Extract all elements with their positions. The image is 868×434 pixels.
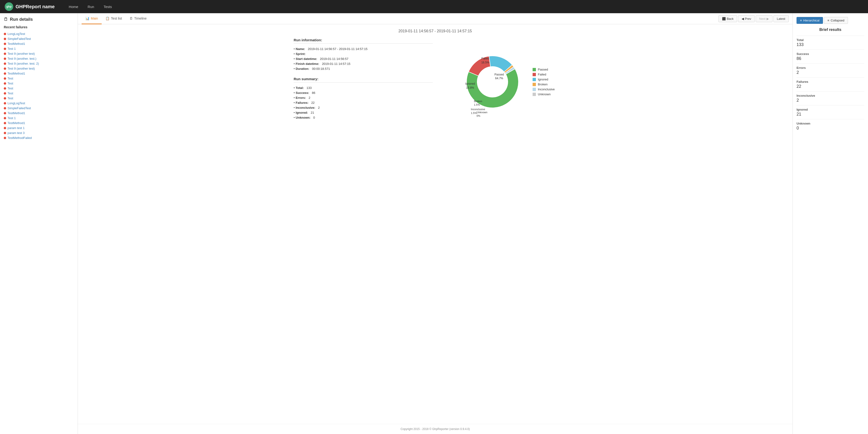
failure-item[interactable]: param test 1 [4,125,74,130]
failure-dot [4,72,6,75]
failure-dot [4,43,6,45]
back-button[interactable]: ⬛ Back [718,16,737,22]
legend-item-ignored: Ignored [533,78,555,81]
page-container: 🗒 Run details Recent failures LongLogTes… [0,13,868,434]
failure-dot [4,67,6,70]
result-value-failures: 22 [797,84,864,89]
prev-icon: ◀ [742,17,744,21]
failure-item[interactable]: Test [4,81,74,86]
tests-link[interactable]: Tests [99,0,117,13]
result-label-inconclusive: Inconclusive [797,94,864,97]
ignored-label: Ignored15.8% [465,82,475,90]
failure-item[interactable]: SimpleFailedTest [4,106,74,111]
run-link[interactable]: Run [83,0,99,13]
right-panel: ≡ Hierarchical ≡ Collapsed Brief results… [793,13,868,434]
result-value-ignored: 21 [797,112,864,117]
summary-failures: Failures: 22 [294,100,433,105]
failure-item[interactable]: TestMethodFailed [4,135,74,140]
failure-list: LongLogTestSimpleFailedTestTestMethod1Te… [4,31,74,140]
tabs-right: ⬛ Back ◀ Prev Next ▶ Latest [718,16,789,22]
result-value-inconclusive: 2 [797,98,864,103]
failure-dot [4,97,6,99]
failure-item[interactable]: TestMethod1 [4,121,74,125]
failure-item[interactable]: Test 1 [4,116,74,121]
info-sprint: Sprint: [294,52,433,56]
failure-dot [4,102,6,104]
brand-logo: ghp [5,2,13,11]
tab-timeline[interactable]: 🗓 Timeline [126,13,150,24]
failure-item[interactable]: Test [4,91,74,96]
chart-area: Passed64.7% Failed16.5% Ignored15.8% Bro… [437,38,577,126]
failure-item[interactable]: TestMethod1 [4,71,74,76]
next-icon: ▶ [767,17,769,21]
result-label-failures: Failures [797,80,864,84]
info-name: Name: 2019-01-11 14:56:57 - 2019-01-11 1… [294,46,433,52]
passed-label: Passed64.7% [494,73,504,81]
home-link[interactable]: Home [64,0,83,13]
summary-total: Total: 133 [294,85,433,90]
latest-button[interactable]: Latest [773,16,789,22]
failure-dot [4,122,6,124]
recent-failures-header: Recent failures [4,25,74,29]
sidebar: 🗒 Run details Recent failures LongLogTes… [0,13,78,434]
failure-dot [4,82,6,85]
failure-dot [4,112,6,115]
legend-color [533,78,536,81]
donut-chart: Passed64.7% Failed16.5% Ignored15.8% Bro… [460,49,526,115]
failure-item[interactable]: LongLogTest [4,101,74,106]
run-info-title: Run information: [294,38,433,44]
legend-color [533,83,536,86]
failure-item[interactable]: Test [4,86,74,91]
legend-item-passed: Passed [533,68,555,71]
result-value-unknown: 0 [797,126,864,131]
result-row-ignored: Ignored 21 [797,105,864,119]
failure-item[interactable]: Test [4,96,74,101]
legend-color [533,68,536,71]
brief-results-title: Brief results [797,28,864,32]
failure-dot [4,38,6,40]
legend: Passed Failed Ignored Broken Inconclusiv… [533,68,555,96]
failure-item[interactable]: TestMethod1 [4,111,74,116]
run-info: Run information: Name: 2019-01-11 14:56:… [294,38,433,126]
view-toggle: ≡ Hierarchical ≡ Collapsed [797,17,864,24]
sidebar-title: 🗒 Run details [4,17,74,22]
legend-color [533,73,536,76]
result-label-errors: Errors [797,66,864,69]
failure-dot [4,137,6,139]
collapsed-btn[interactable]: ≡ Collapsed [824,17,848,24]
tab-test-list[interactable]: 📋 Test list [102,13,126,24]
footer: Copyright 2015 - 2018 © GhpReporter (ver… [78,424,793,434]
failure-item[interactable]: Test 9 (another test) [4,66,74,71]
failure-item[interactable]: LongLogTest [4,31,74,36]
legend-color [533,88,536,91]
failure-item[interactable]: Test [4,76,74,81]
chart-icon: 📊 [85,17,89,20]
failure-item[interactable]: Test 9 (another test) [4,51,74,56]
failure-item[interactable]: TestMethod1 [4,41,74,46]
legend-item-failed: Failed [533,73,555,76]
unknown-label: Unknown0% [476,111,487,118]
result-value-errors: 2 [797,70,864,75]
main-nav: Home Run Tests [64,0,117,13]
result-row-inconclusive: Inconclusive 2 [797,91,864,105]
info-finish: Finish datetime: 2019-01-11 14:57:15 [294,61,433,66]
tab-main[interactable]: 📊 Main [82,13,102,24]
summary-inconclusive: Inconclusive: 2 [294,105,433,110]
info-duration: Duration: 00:00:18.571 [294,66,433,71]
failure-item[interactable]: SimpleFailedTest [4,36,74,41]
run-body: Run information: Name: 2019-01-11 14:56:… [294,38,577,126]
tabs-left: 📊 Main 📋 Test list 🗓 Timeline [82,13,150,24]
failure-item[interactable]: Test 9 (another. test.) [4,56,74,61]
result-value-success: 86 [797,56,864,61]
failure-dot [4,132,6,134]
failure-dot [4,78,6,80]
legend-item-inconclusive: Inconclusive [533,88,555,91]
prev-button[interactable]: ◀ Prev [738,16,755,22]
failure-item[interactable]: Test 1 [4,46,74,51]
failure-item[interactable]: Test 9 (another. test. 2) [4,61,74,66]
hierarchical-btn[interactable]: ≡ Hierarchical [797,17,823,24]
summary-unknown: Unknown: 0 [294,115,433,120]
failure-item[interactable]: param test 3 [4,130,74,135]
next-button[interactable]: Next ▶ [756,16,772,22]
result-row-errors: Errors 2 [797,63,864,78]
